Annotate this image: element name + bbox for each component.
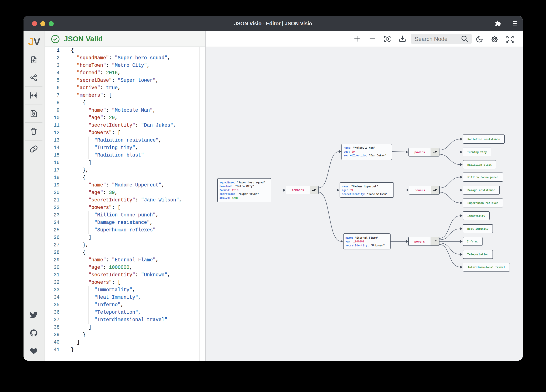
svg-text:Damage resistance: Damage resistance [468, 189, 495, 192]
svg-text:secretBase: "Super tower": secretBase: "Super tower" [220, 193, 259, 196]
svg-text:members: members [292, 189, 304, 192]
svg-text:Million tonne punch: Million tonne punch [468, 176, 498, 179]
svg-text:secretIdentity: "Jane Wilson": secretIdentity: "Jane Wilson" [342, 193, 387, 196]
svg-text:Radiation blast: Radiation blast [467, 163, 492, 166]
svg-text:Turning tiny: Turning tiny [467, 151, 487, 154]
svg-text:powers: powers [414, 240, 425, 243]
svg-text:powers: powers [415, 151, 425, 154]
svg-text:name: "Madame Uppercut": name: "Madame Uppercut" [342, 185, 378, 188]
svg-text:squadName: "Super hero squad": squadName: "Super hero squad" [220, 181, 265, 184]
svg-text:secretIdentity: "Unknown": secretIdentity: "Unknown" [345, 244, 385, 247]
svg-text:name: "Molecule Man": name: "Molecule Man" [344, 146, 375, 149]
svg-text:formed: 2016: formed: 2016 [220, 189, 239, 192]
svg-text:Heat Immunity: Heat Immunity [467, 228, 488, 230]
svg-text:powers: powers [415, 189, 425, 192]
svg-text:Teleportation: Teleportation [467, 253, 488, 256]
svg-text:Superhuman reflexes: Superhuman reflexes [468, 202, 498, 205]
svg-text:homeTown: "Metro City": homeTown: "Metro City" [220, 185, 254, 188]
svg-text:Inferno: Inferno [467, 240, 478, 243]
svg-text:age: 29: age: 29 [344, 151, 355, 153]
svg-text:name: "Eternal Flame": name: "Eternal Flame" [345, 237, 378, 240]
svg-text:Immortality: Immortality [467, 215, 485, 218]
svg-text:age: 1000000: age: 1000000 [345, 240, 364, 243]
svg-text:secretIdentity: "Dan Jukes": secretIdentity: "Dan Jukes" [344, 154, 386, 157]
svg-text:active: true: active: true [220, 197, 239, 200]
svg-text:Radiation resistance: Radiation resistance [468, 138, 500, 141]
svg-text:Interdimensional travel: Interdimensional travel [468, 266, 505, 269]
svg-text:Search Node: Search Node [415, 36, 448, 42]
svg-text:age: 39: age: 39 [342, 189, 353, 192]
